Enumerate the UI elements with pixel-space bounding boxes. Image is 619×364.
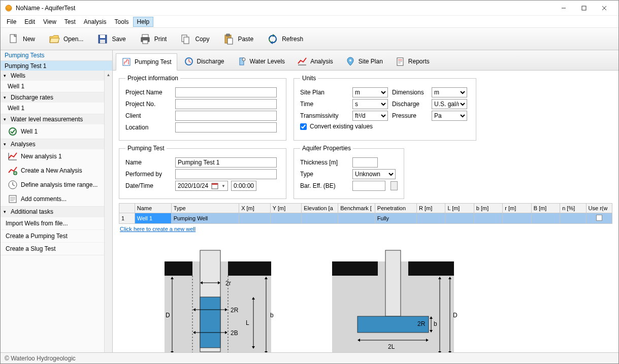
wlm-group[interactable]: ▾Water level measurements bbox=[1, 114, 112, 124]
convert-checkbox[interactable] bbox=[300, 123, 307, 130]
analysis-create[interactable]: Create a New Analysis bbox=[1, 163, 112, 178]
print-button[interactable]: Print bbox=[136, 31, 170, 47]
chevron-down-icon: ▼ bbox=[221, 184, 225, 188]
maximize-button[interactable] bbox=[574, 1, 594, 15]
col-name[interactable]: Name bbox=[135, 204, 171, 213]
pressure-select[interactable]: Pa bbox=[432, 111, 467, 121]
new-button[interactable]: New bbox=[5, 31, 38, 47]
thickness-input[interactable] bbox=[352, 157, 378, 168]
col-x[interactable]: X [m] bbox=[239, 204, 271, 213]
cell-x[interactable] bbox=[239, 213, 271, 224]
menu-test[interactable]: Test bbox=[60, 17, 80, 27]
menu-file[interactable]: File bbox=[3, 17, 20, 27]
discharge-group[interactable]: ▾Discharge rates bbox=[1, 92, 112, 103]
cell-use[interactable] bbox=[586, 213, 612, 224]
menu-tools[interactable]: Tools bbox=[111, 17, 133, 27]
menu-analysis[interactable]: Analysis bbox=[80, 17, 111, 27]
wells-table: Name Type X [m] Y [m] Elevation [a Bench… bbox=[119, 203, 612, 224]
svg-point-17 bbox=[9, 128, 16, 135]
save-button[interactable]: Save bbox=[93, 31, 128, 47]
tab-analysis[interactable]: Analysis bbox=[291, 53, 339, 70]
aquifer-group: Aquifer Properties Thickness [m] TypeUnk… bbox=[294, 145, 404, 199]
test-name-input[interactable] bbox=[175, 157, 277, 168]
close-button[interactable] bbox=[594, 1, 614, 15]
cell-type[interactable]: Pumping Well bbox=[171, 213, 239, 224]
wells-child[interactable]: Well 1 bbox=[1, 81, 112, 92]
addtasks-group[interactable]: ▾Additional tasks bbox=[1, 207, 112, 217]
col-use[interactable]: Use r(w bbox=[586, 204, 612, 213]
table-row[interactable]: 1 Well 1 Pumping Well Fully bbox=[119, 213, 612, 224]
wlm-child[interactable]: Well 1 bbox=[1, 124, 112, 139]
dimensions-select[interactable]: m bbox=[432, 87, 467, 97]
col-R[interactable]: R [m] bbox=[416, 204, 445, 213]
cell-name[interactable]: Well 1 bbox=[135, 213, 171, 224]
tab-site-plan[interactable]: Site Plan bbox=[340, 53, 388, 70]
col-elev[interactable]: Elevation [a bbox=[302, 204, 338, 213]
analyses-group[interactable]: ▾Analyses bbox=[1, 139, 112, 149]
col-y[interactable]: Y [m] bbox=[270, 204, 302, 213]
task-create-pumping[interactable]: Create a Pumping Test bbox=[1, 229, 112, 242]
use-checkbox[interactable] bbox=[596, 215, 602, 221]
col-penet[interactable]: Penetration bbox=[375, 204, 416, 213]
open-button[interactable]: Open... bbox=[45, 31, 86, 47]
location-input[interactable] bbox=[175, 122, 277, 133]
new-well-link[interactable]: Click here to create a new well bbox=[119, 224, 197, 234]
tab-reports[interactable]: Reports bbox=[389, 53, 435, 70]
analysis-comments[interactable]: Add comments... bbox=[1, 192, 112, 206]
cell-n[interactable] bbox=[560, 213, 586, 224]
menu-view[interactable]: View bbox=[39, 17, 60, 27]
refresh-button[interactable]: Refresh bbox=[264, 31, 306, 47]
menu-edit[interactable]: Edit bbox=[20, 17, 39, 27]
task-import-wells[interactable]: Import Wells from file... bbox=[1, 217, 112, 229]
date-picker[interactable]: 2020/10/24 ▼ bbox=[175, 181, 228, 191]
cell-B[interactable] bbox=[531, 213, 560, 224]
discharge-unit-select[interactable]: U.S. gal/min bbox=[432, 99, 467, 109]
col-type[interactable]: Type bbox=[171, 204, 239, 213]
tab-discharge[interactable]: Discharge bbox=[178, 53, 230, 70]
minimize-button[interactable] bbox=[553, 1, 574, 15]
col-n[interactable]: n [%] bbox=[560, 204, 586, 213]
trans-select[interactable]: ft²/d bbox=[352, 111, 388, 121]
pumping-test-item[interactable]: Pumping Test 1 bbox=[1, 61, 112, 71]
client-label: Client bbox=[125, 112, 171, 119]
menu-help[interactable]: Help bbox=[133, 17, 154, 27]
wells-group[interactable]: ▾Wells bbox=[1, 71, 112, 81]
tab-water-levels[interactable]: Water Levels bbox=[231, 53, 291, 70]
pressure-label: Pressure bbox=[392, 112, 428, 119]
cell-r[interactable] bbox=[503, 213, 531, 224]
scroll-up-icon[interactable]: ▲ bbox=[105, 71, 112, 79]
cell-R[interactable] bbox=[416, 213, 445, 224]
discharge-child[interactable]: Well 1 bbox=[1, 103, 112, 114]
bareff-input[interactable] bbox=[352, 181, 385, 191]
time-picker[interactable]: 0:00:00 bbox=[231, 181, 256, 191]
cell-elev[interactable] bbox=[302, 213, 338, 224]
col-L[interactable]: L [m] bbox=[445, 204, 474, 213]
scrollbar[interactable]: ▲ bbox=[104, 71, 112, 352]
time-unit-select[interactable]: s bbox=[352, 99, 388, 109]
cell-b[interactable] bbox=[474, 213, 502, 224]
bareff-button[interactable] bbox=[390, 181, 398, 190]
paste-button[interactable]: Paste bbox=[219, 31, 256, 47]
copy-button[interactable]: Copy bbox=[177, 31, 212, 47]
col-B[interactable]: B [m] bbox=[531, 204, 560, 213]
col-r[interactable]: r [m] bbox=[503, 204, 531, 213]
col-bench[interactable]: Benchmark [ bbox=[338, 204, 375, 213]
trans-label: Transmissivity bbox=[300, 112, 348, 119]
cell-bench[interactable] bbox=[338, 213, 375, 224]
task-create-slug[interactable]: Create a Slug Test bbox=[1, 242, 112, 255]
project-no-input[interactable] bbox=[175, 99, 277, 109]
analysis-timerange[interactable]: Define analysis time range... bbox=[1, 178, 112, 192]
col-rownum[interactable] bbox=[119, 204, 135, 213]
project-name-input[interactable] bbox=[175, 87, 277, 97]
siteplan-unit-select[interactable]: m bbox=[352, 87, 388, 97]
col-b[interactable]: b [m] bbox=[474, 204, 502, 213]
aquifer-type-select[interactable]: Unknown bbox=[352, 169, 396, 179]
analysis-new[interactable]: New analysis 1 bbox=[1, 149, 112, 163]
performed-input[interactable] bbox=[175, 169, 277, 179]
tab-pumping-test[interactable]: Pumping Test bbox=[116, 53, 177, 71]
cell-y[interactable] bbox=[270, 213, 302, 224]
cell-penet[interactable]: Fully bbox=[375, 213, 416, 224]
client-input[interactable] bbox=[175, 111, 277, 121]
cell-L[interactable] bbox=[445, 213, 474, 224]
units-group: Units Site Plan m Dimensions m Time s Di… bbox=[294, 75, 476, 141]
